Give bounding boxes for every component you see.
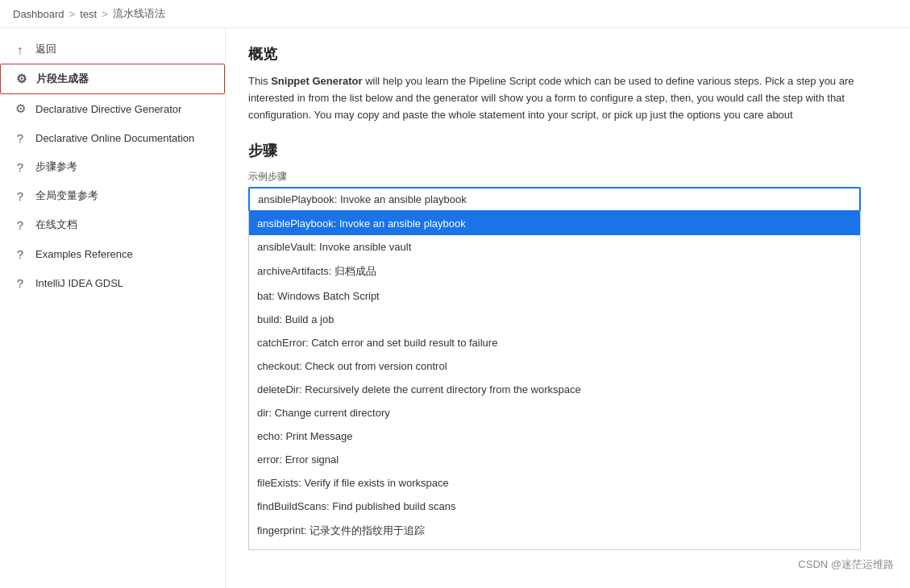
dropdown-item-0[interactable]: ansiblePlaybook: Invoke an ansible playb… bbox=[249, 212, 860, 235]
back-icon: ↑ bbox=[13, 42, 27, 56]
dropdown-item-5[interactable]: catchError: Catch error and set build re… bbox=[249, 331, 860, 354]
dropdown-item-4[interactable]: build: Build a job bbox=[249, 308, 860, 331]
sidebar-item-label-examples: Examples Reference bbox=[35, 248, 133, 260]
dropdown-item-2[interactable]: archiveArtifacts: 归档成品 bbox=[249, 259, 860, 284]
breadcrumb-test[interactable]: test bbox=[80, 8, 97, 20]
sidebar-item-label-directive: Declarative Directive Generator bbox=[35, 103, 181, 115]
sidebar-item-global-vars[interactable]: ? 全局变量参考 bbox=[0, 181, 225, 210]
steps-dropdown-input[interactable] bbox=[248, 187, 861, 212]
sidebar-item-label-snippet: 片段生成器 bbox=[36, 72, 89, 86]
breadcrumb-sep-1: > bbox=[69, 8, 76, 20]
dropdown-item-13[interactable]: fingerprint: 记录文件的指纹用于追踪 bbox=[249, 518, 860, 544]
main-content: 概览 This Snippet Generator will help you … bbox=[226, 28, 910, 588]
sidebar-item-steps-ref[interactable]: ? 步骤参考 bbox=[0, 152, 225, 181]
help-icon-4: ? bbox=[13, 217, 27, 232]
dropdown-item-14[interactable]: git: Git bbox=[249, 544, 860, 550]
sidebar-item-snippet-generator[interactable]: ⚙ 片段生成器 bbox=[0, 64, 225, 94]
breadcrumb-dashboard[interactable]: Dashboard bbox=[13, 8, 64, 20]
help-icon-6: ? bbox=[13, 275, 27, 290]
sidebar-item-label-globalvars: 全局变量参考 bbox=[35, 188, 98, 203]
breadcrumb-sep-2: > bbox=[102, 8, 108, 20]
dropdown-item-3[interactable]: bat: Windows Batch Script bbox=[249, 284, 860, 308]
sidebar-item-declarative-docs[interactable]: ? Declarative Online Documentation bbox=[0, 123, 225, 152]
gear-icon-2: ⚙ bbox=[13, 101, 27, 116]
dropdown-item-1[interactable]: ansibleVault: Invoke ansible vault bbox=[249, 235, 860, 259]
sidebar: ↑ 返回 ⚙ 片段生成器 ⚙ Declarative Directive Gen… bbox=[0, 28, 226, 588]
sidebar-item-label-gdsl: IntelliJ IDEA GDSL bbox=[35, 277, 123, 289]
sidebar-item-examples-ref[interactable]: ? Examples Reference bbox=[0, 239, 225, 268]
help-icon-1: ? bbox=[13, 130, 27, 145]
description: This Snippet Generator will help you lea… bbox=[248, 73, 861, 123]
sidebar-item-intellij-gdsl[interactable]: ? IntelliJ IDEA GDSL bbox=[0, 268, 225, 297]
breadcrumb-current: 流水线语法 bbox=[113, 6, 165, 21]
dropdown-item-6[interactable]: checkout: Check out from version control bbox=[249, 354, 860, 378]
help-icon-5: ? bbox=[13, 246, 27, 261]
watermark: CSDN @迷茫运维路 bbox=[798, 557, 894, 572]
dropdown-item-10[interactable]: error: Error signal bbox=[249, 448, 860, 471]
sidebar-item-online-docs[interactable]: ? 在线文档 bbox=[0, 210, 225, 239]
help-icon-3: ? bbox=[13, 188, 27, 203]
dropdown-item-9[interactable]: echo: Print Message bbox=[249, 424, 860, 448]
dropdown-list: ansiblePlaybook: Invoke an ansible playb… bbox=[248, 212, 861, 550]
sidebar-item-label-docs: Declarative Online Documentation bbox=[35, 132, 194, 144]
dropdown-item-8[interactable]: dir: Change current directory bbox=[249, 401, 860, 424]
dropdown-item-12[interactable]: findBuildScans: Find published build sca… bbox=[249, 495, 860, 518]
help-icon-2: ? bbox=[13, 159, 27, 174]
dropdown-item-7[interactable]: deleteDir: Recursively delete the curren… bbox=[249, 378, 860, 401]
steps-title: 步骤 bbox=[248, 141, 887, 160]
sidebar-item-label-onlinedocs: 在线文档 bbox=[35, 217, 77, 232]
sidebar-item-declarative-directive[interactable]: ⚙ Declarative Directive Generator bbox=[0, 94, 225, 123]
dropdown-item-11[interactable]: fileExists: Verify if file exists in wor… bbox=[249, 471, 860, 495]
sidebar-back-label: 返回 bbox=[35, 42, 56, 56]
sidebar-item-label-steps: 步骤参考 bbox=[35, 159, 77, 174]
sidebar-back-button[interactable]: ↑ 返回 bbox=[0, 35, 225, 64]
breadcrumb: Dashboard > test > 流水线语法 bbox=[0, 0, 910, 28]
steps-dropdown-container: ansiblePlaybook: Invoke an ansible playb… bbox=[248, 187, 861, 212]
steps-label: 示例步骤 bbox=[248, 170, 887, 184]
overview-title: 概览 bbox=[248, 44, 887, 64]
gear-icon-1: ⚙ bbox=[14, 72, 28, 86]
